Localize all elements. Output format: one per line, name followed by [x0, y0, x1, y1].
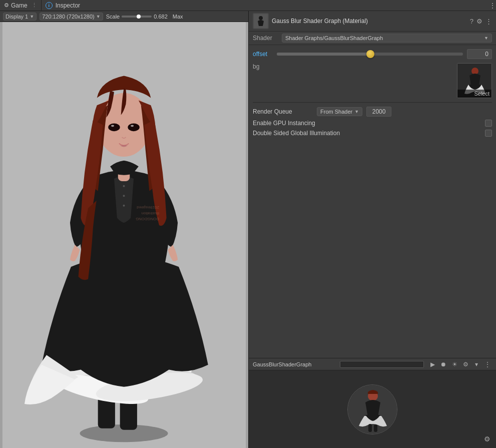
render-queue-value[interactable]: 2000 — [366, 107, 391, 117]
offset-value[interactable]: 0 — [467, 49, 492, 59]
svg-text:DONGDONG: DONGDONG — [136, 217, 159, 221]
scale-thumb-icon — [137, 15, 141, 19]
bottom-content: ⚙ — [249, 370, 496, 448]
bottom-toolbar: GaussBlurShaderGraph ▶ ⏺ ☀ ⚙ ▾ ⋮ — [249, 358, 496, 370]
svg-point-15 — [123, 185, 125, 187]
offset-slider-knob[interactable] — [366, 50, 374, 58]
preview-settings-icon[interactable]: ⚙ — [461, 360, 470, 369]
bg-row: bg Select — [253, 63, 492, 98]
help-icon[interactable]: ? — [470, 18, 473, 25]
shader-dropdown[interactable]: Shader Graphs/GaussBlurShaderGraph ▼ — [282, 34, 492, 43]
render-queue-row: Render Queue From Shader ▼ 2000 — [253, 107, 492, 117]
render-queue-type: From Shader — [320, 109, 352, 115]
svg-text:2019inspired: 2019inspired — [137, 205, 159, 210]
bottom-preview-bar: GaussBlurShaderGraph ▶ ⏺ ☀ ⚙ ▾ ⋮ — [249, 358, 496, 448]
anime-figure: DONGDONG illustration 2019inspired — [0, 22, 248, 448]
bottom-title: GaussBlurShaderGraph — [253, 361, 336, 367]
game-toolbar: Display 1 ▼ 720:1280 (720x1280) ▼ Scale … — [0, 11, 248, 22]
scale-slider[interactable] — [122, 16, 152, 18]
record-icon[interactable]: ⏺ — [439, 360, 448, 369]
preview-circle — [347, 384, 397, 434]
scale-slider-fill — [122, 16, 137, 18]
game-viewport: DONGDONG illustration 2019inspired — [0, 22, 248, 448]
svg-point-16 — [123, 195, 125, 197]
svg-text:illustration: illustration — [142, 211, 159, 216]
main-area: Display 1 ▼ 720:1280 (720x1280) ▼ Scale … — [0, 11, 496, 448]
inspector-panel: Gauss Blur Shader Graph (Material) ? ⚙ ⋮… — [249, 11, 496, 448]
game-panel: Display 1 ▼ 720:1280 (720x1280) ▼ Scale … — [0, 11, 249, 448]
shader-chevron-icon: ▼ — [484, 36, 488, 41]
settings-icon[interactable]: ⚙ — [476, 18, 482, 25]
offset-slider[interactable] — [277, 53, 463, 56]
sun-icon[interactable]: ☀ — [450, 360, 459, 369]
info-icon-inspector: i — [46, 2, 53, 9]
svg-point-24 — [471, 68, 478, 75]
svg-rect-27 — [368, 424, 372, 432]
render-queue-chevron-icon: ▼ — [354, 109, 359, 114]
offset-label: offset — [253, 51, 273, 58]
offset-slider-fill — [277, 53, 370, 56]
resolution-chevron-icon: ▼ — [96, 14, 101, 19]
bottom-gear-icon[interactable]: ⚙ — [482, 434, 492, 444]
tab-dots-game[interactable]: ⋮ — [32, 2, 37, 9]
display-chevron-icon: ▼ — [30, 14, 34, 19]
game-tab-label: Game — [11, 2, 28, 9]
bg-label: bg — [253, 63, 273, 70]
top-bar: ⚙ Game ⋮ i Inspector ⋮ — [0, 0, 496, 11]
shader-label: Shader — [253, 35, 278, 42]
resolution-dropdown[interactable]: 720:1280 (720x1280) ▼ — [40, 13, 103, 21]
svg-point-14 — [131, 125, 134, 127]
chevron-down-icon[interactable]: ▾ — [472, 360, 481, 369]
game-tab[interactable]: ⚙ Game ⋮ — [0, 0, 42, 11]
tab-dots-inspector[interactable]: ⋮ — [489, 2, 496, 10]
material-header-icons: ? ⚙ ⋮ — [470, 18, 492, 25]
resolution-label: 720:1280 (720x1280) — [42, 14, 95, 20]
max-button[interactable]: Max — [171, 13, 185, 20]
svg-point-12 — [128, 123, 139, 131]
svg-rect-28 — [374, 424, 377, 432]
svg-point-11 — [108, 123, 120, 131]
offset-row: offset 0 — [253, 49, 492, 59]
play-icon[interactable]: ▶ — [428, 360, 437, 369]
properties-area: offset 0 bg — [249, 45, 496, 358]
material-icon — [253, 13, 269, 29]
enable-gpu-label: Enable GPU Instancing — [253, 120, 481, 127]
display-label: Display 1 — [6, 14, 28, 20]
more-icon[interactable]: ⋮ — [485, 18, 492, 25]
texture-preview[interactable]: Select — [457, 63, 492, 98]
svg-point-17 — [123, 205, 125, 207]
double-sided-label: Double Sided Global Illumination — [253, 130, 481, 137]
select-label: Select — [457, 90, 491, 98]
double-sided-row: Double Sided Global Illumination — [253, 130, 492, 137]
render-queue-dropdown[interactable]: From Shader ▼ — [317, 107, 362, 116]
scale-section: Scale 0.682 — [106, 14, 168, 20]
shader-row: Shader Shader Graphs/GaussBlurShaderGrap… — [249, 32, 496, 45]
inspector-tab-label: Inspector — [56, 2, 80, 9]
enable-gpu-row: Enable GPU Instancing — [253, 120, 492, 127]
shader-value: Shader Graphs/GaussBlurShaderGraph — [285, 35, 383, 41]
svg-point-22 — [259, 16, 263, 20]
game-icon: ⚙ — [4, 2, 9, 9]
divider-1 — [253, 102, 492, 103]
double-sided-checkbox[interactable] — [485, 130, 492, 137]
scale-value: 0.682 — [154, 14, 168, 20]
display-dropdown[interactable]: Display 1 ▼ — [3, 13, 37, 21]
svg-point-13 — [111, 125, 114, 127]
render-queue-label: Render Queue — [253, 108, 313, 115]
material-title: Gauss Blur Shader Graph (Material) — [272, 18, 368, 25]
bottom-more-icon[interactable]: ⋮ — [483, 360, 492, 369]
enable-gpu-checkbox[interactable] — [485, 120, 492, 127]
scale-label: Scale — [106, 14, 120, 20]
